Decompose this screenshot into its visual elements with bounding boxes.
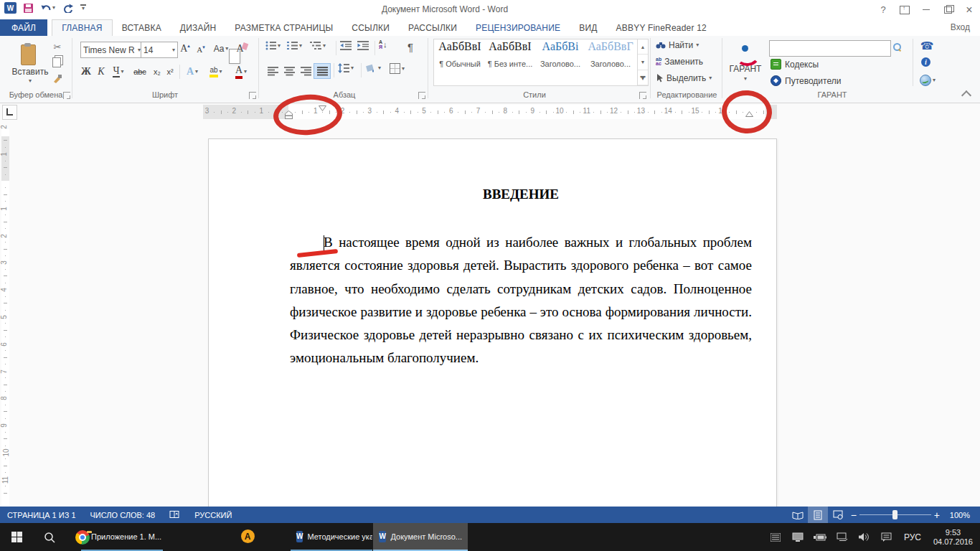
tab-page-layout[interactable]: РАЗМЕТКА СТРАНИЦЫ (225, 19, 342, 36)
subscript-button[interactable]: x₂ (151, 65, 164, 79)
garant-phone-button[interactable]: ☎ (920, 39, 934, 52)
help-button[interactable]: ? (872, 0, 894, 19)
shrink-font-button[interactable]: А▾ (194, 43, 208, 56)
find-button[interactable]: Найти▾ (656, 40, 699, 50)
tab-insert[interactable]: ВСТАВКА (113, 19, 171, 36)
sign-in-link[interactable]: Вход (951, 22, 970, 32)
print-layout-button[interactable] (808, 507, 828, 523)
taskbar-a-app-button[interactable] (231, 523, 264, 550)
tab-references[interactable]: ССЫЛКИ (342, 19, 399, 36)
superscript-button[interactable]: x² (164, 65, 176, 79)
close-button[interactable]: × (958, 0, 980, 19)
zoom-slider[interactable] (859, 507, 931, 523)
justify-button[interactable] (314, 63, 331, 79)
bold-button[interactable]: Ж (79, 65, 93, 79)
clear-formatting-button[interactable]: А (234, 42, 250, 56)
taskbar-search-button[interactable] (33, 523, 66, 551)
tab-review[interactable]: РЕЦЕНЗИРОВАНИЕ (466, 19, 570, 36)
font-family-combo[interactable]: Times New R▾ (80, 42, 143, 58)
clipboard-dialog-launcher[interactable] (63, 92, 70, 99)
document-paragraph[interactable]: В настоящее время одной из наиболее важн… (290, 231, 752, 370)
taskbar-item-word-doc2[interactable]: Документ Microso... (373, 523, 468, 551)
undo-button[interactable]: ▾ (40, 4, 55, 13)
zoom-level[interactable]: 100% (943, 507, 980, 523)
styles-scroll-down[interactable]: ▼ (638, 55, 648, 70)
web-layout-button[interactable] (828, 507, 848, 523)
highlight-button[interactable]: ab▾ (205, 65, 227, 79)
sort-button[interactable]: АЯ ↓ (379, 39, 387, 50)
align-left-button[interactable] (264, 63, 281, 79)
highlight-dropdown[interactable]: ▾ (220, 69, 222, 75)
styles-dialog-launcher[interactable] (639, 92, 646, 99)
paste-dropdown[interactable]: ▾ (29, 78, 32, 84)
proofing-status[interactable] (162, 507, 187, 523)
tab-home[interactable]: ГЛАВНАЯ (52, 19, 112, 36)
align-center-button[interactable] (281, 63, 298, 79)
numbering-button[interactable]: ▾ (287, 41, 302, 50)
style-heading1[interactable]: АаБбВі Заголово... (537, 40, 584, 80)
language-button[interactable]: РУС (901, 523, 924, 551)
redo-button[interactable] (62, 4, 73, 13)
customize-qat-button[interactable]: ▾ (80, 4, 86, 11)
font-color-dropdown[interactable]: ▾ (244, 69, 247, 75)
bullets-button[interactable]: ▾ (265, 41, 281, 50)
select-dropdown[interactable]: ▾ (709, 75, 712, 81)
tab-design[interactable]: ДИЗАЙН (171, 19, 226, 36)
underline-dropdown[interactable]: ▾ (121, 69, 124, 75)
ribbon-display-options-button[interactable] (894, 0, 915, 19)
action-center-icon[interactable] (879, 523, 895, 551)
borders-button[interactable]: ▾ (390, 63, 405, 74)
style-heading2[interactable]: АаБбВвГ Заголово... (587, 40, 634, 80)
copy-button[interactable] (52, 57, 61, 67)
clock[interactable]: 9:53 04.07.2016 (930, 528, 976, 547)
tab-selector[interactable] (2, 105, 17, 120)
putevoditeli-button[interactable]: Путеводители (771, 75, 841, 86)
underline-button[interactable]: Ч▾ (109, 65, 128, 79)
collapse-ribbon-button[interactable] (961, 90, 971, 100)
multilevel-list-button[interactable]: ▾ (310, 41, 326, 50)
zoom-out-button[interactable]: − (848, 509, 859, 521)
paste-button[interactable]: Вставить ▾ (10, 39, 50, 89)
restore-button[interactable] (937, 0, 958, 19)
tab-abbyy[interactable]: ABBYY FineReader 12 (607, 19, 716, 36)
tray-battery-icon[interactable] (812, 523, 828, 551)
styles-scroll-up[interactable]: ▲ (638, 39, 648, 55)
grow-font-button[interactable]: А▴ (178, 42, 192, 56)
italic-button[interactable]: К (95, 65, 108, 79)
garant-search-input[interactable] (769, 40, 891, 57)
change-case-button[interactable]: Aa▾ (211, 42, 231, 56)
minimize-button[interactable] (915, 0, 937, 19)
paragraph-dialog-launcher[interactable] (418, 92, 425, 99)
cut-button[interactable]: ✂ (50, 40, 65, 53)
line-spacing-button[interactable]: ▾ (338, 63, 354, 73)
tray-app-icon[interactable] (768, 523, 783, 551)
undo-dropdown[interactable]: ▾ (52, 5, 55, 11)
tab-view[interactable]: ВИД (570, 19, 606, 36)
increase-indent-button[interactable] (357, 41, 369, 50)
format-painter-button[interactable] (50, 72, 65, 85)
styles-more-button[interactable]: ▬▼ (638, 70, 648, 85)
kodeksy-button[interactable]: Кодексы (771, 59, 819, 70)
tray-network-icon[interactable] (834, 523, 850, 551)
save-button[interactable] (24, 4, 33, 13)
garant-info-button[interactable]: i (921, 57, 930, 67)
decrease-indent-button[interactable] (340, 41, 352, 50)
zoom-in-button[interactable]: + (931, 509, 943, 521)
show-marks-button[interactable]: ¶ (403, 39, 418, 54)
garant-dropdown[interactable]: ▾ (744, 76, 747, 82)
find-dropdown[interactable]: ▾ (696, 42, 699, 48)
page-indicator[interactable]: СТРАНИЦА 1 ИЗ 1 (0, 507, 83, 523)
garant-button[interactable]: ГАРАНТ ▾ (726, 39, 765, 89)
taskbar-item-folder[interactable]: Приложение 1. М... (81, 523, 163, 551)
document-page[interactable]: ВВЕДЕНИЕ В настоящее время одной из наиб… (208, 138, 777, 507)
zoom-handle[interactable] (892, 510, 897, 519)
vertical-ruler[interactable]: 211234567891011 (1, 129, 9, 507)
start-button[interactable] (0, 523, 33, 551)
style-normal[interactable]: АаБбВвІ ¶ Обычный (436, 40, 484, 80)
strikethrough-button[interactable]: abc (131, 65, 149, 79)
taskbar-item-word-doc1[interactable]: Методические ука... (291, 523, 372, 551)
select-button[interactable]: Выделить▾ (656, 73, 712, 83)
align-right-button[interactable] (297, 63, 314, 79)
font-dialog-launcher[interactable] (249, 92, 256, 99)
shading-button[interactable]: ▾ (365, 63, 381, 73)
